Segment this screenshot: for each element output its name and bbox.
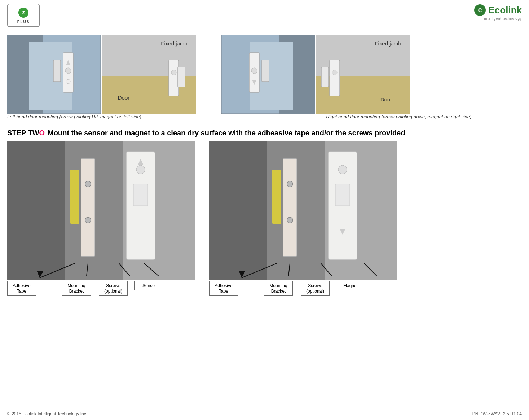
svg-point-19	[171, 70, 176, 75]
left-diagram-pair: Fixed jamb Door	[7, 35, 196, 114]
ecolink-tagline: intelligent technology	[484, 17, 522, 21]
svg-point-34	[332, 70, 337, 75]
ecolink-leaf-icon: e	[473, 4, 487, 17]
svg-rect-32	[330, 60, 340, 96]
adhesive-label-right: Adhesive Tape	[209, 281, 238, 296]
zwave-logo: Z PLUS	[7, 4, 40, 27]
svg-text:Door: Door	[118, 95, 130, 101]
step-two-header: STEP TWO Mount the sensor and magnet to …	[0, 122, 529, 141]
step-two-label: STEP TWO	[7, 129, 45, 137]
svg-point-26	[251, 68, 257, 74]
svg-text:Z: Z	[22, 10, 25, 15]
screws-label-left: Screws (optional)	[99, 281, 128, 296]
top-diagrams: Fixed jamb Door	[0, 29, 529, 114]
right-labels-row: Adhesive Tape Mounting Bracket Screws (o…	[209, 281, 365, 296]
adhesive-label-left: Adhesive Tape	[7, 281, 36, 296]
ecolink-name: Ecolink	[489, 5, 522, 16]
header: Z PLUS e Ecolink intelligent technology	[0, 0, 529, 29]
svg-rect-17	[169, 60, 179, 96]
caption-row: Left hand door mounting (arrow pointing …	[0, 114, 529, 119]
svg-rect-61	[283, 159, 297, 256]
svg-text:Fixed jamb: Fixed jamb	[161, 40, 187, 47]
left-caption: Left hand door mounting (arrow pointing …	[7, 114, 254, 119]
plus-label: PLUS	[17, 20, 30, 24]
svg-point-10	[65, 68, 71, 74]
right-mount-container: Adhesive Tape Mounting Bracket Screws (o…	[209, 141, 397, 296]
right-caption: Right hand door mounting (arrow pointing…	[276, 114, 522, 119]
mounting-label-right: Mounting Bracket	[264, 281, 293, 296]
left-labels-row: Adhesive Tape Mounting Bracket Screws (o…	[7, 281, 163, 296]
left-labeled-diagram: Fixed jamb Door	[102, 35, 196, 114]
step-two-description: Mount the sensor and magnet to a clean d…	[48, 129, 405, 137]
right-mount-diagram	[209, 141, 397, 280]
svg-rect-8	[53, 60, 61, 82]
svg-text:Door: Door	[380, 96, 392, 102]
svg-rect-70	[335, 184, 350, 206]
right-photo-diagram	[221, 35, 315, 114]
svg-text:e: e	[478, 6, 482, 14]
right-diagram-pair: Fixed jamb Door	[221, 35, 410, 114]
svg-rect-18	[178, 67, 185, 87]
svg-rect-60	[272, 170, 281, 224]
right-labeled-diagram: Fixed jamb Door	[316, 35, 410, 114]
svg-rect-33	[321, 67, 329, 87]
ecolink-logo: e Ecolink intelligent technology	[473, 4, 522, 21]
step-o: O	[39, 129, 45, 137]
footer-right: PN DW-ZWAVE2.5 R1.04	[472, 411, 522, 416]
left-photo-diagram	[7, 35, 101, 114]
svg-rect-24	[262, 60, 269, 82]
mount-section: Adhesive Tape Mounting Bracket Screws (o…	[0, 141, 529, 296]
svg-rect-49	[133, 184, 148, 206]
zwave-icon: Z	[15, 7, 32, 20]
sensor-label-left: Senso	[134, 281, 163, 290]
svg-rect-36	[7, 141, 65, 280]
step-text: STEP TW	[7, 129, 39, 137]
svg-point-48	[136, 165, 145, 174]
magnet-label-right: Magnet	[336, 281, 365, 290]
left-mount-diagram	[7, 141, 195, 280]
footer: © 2015 Ecolink Intelligent Technology In…	[7, 411, 522, 416]
svg-text:Fixed jamb: Fixed jamb	[375, 40, 401, 47]
svg-rect-57	[209, 141, 267, 280]
svg-point-69	[338, 165, 347, 174]
screws-label-right: Screws (optional)	[301, 281, 330, 296]
svg-point-11	[66, 79, 70, 84]
mounting-label-left: Mounting Bracket	[62, 281, 91, 296]
svg-rect-39	[70, 170, 79, 224]
footer-left: © 2015 Ecolink Intelligent Technology In…	[7, 411, 87, 416]
left-mount-container: Adhesive Tape Mounting Bracket Screws (o…	[7, 141, 195, 296]
svg-rect-40	[81, 159, 95, 256]
